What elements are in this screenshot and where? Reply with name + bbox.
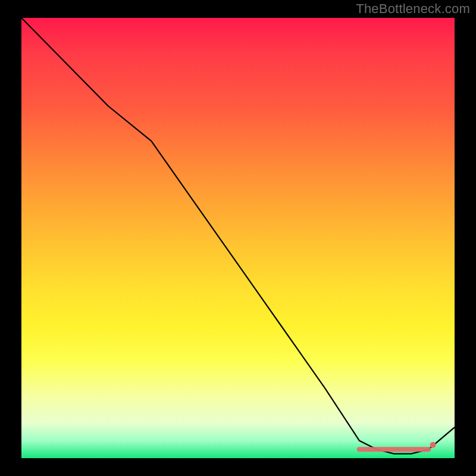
watermark-text: TheBottleneck.com [356, 1, 470, 17]
plot-area [21, 18, 455, 458]
chart-overlay [21, 18, 455, 458]
bottleneck-curve-line [21, 18, 455, 454]
optimal-point-marker [430, 442, 436, 448]
chart-frame: TheBottleneck.com [0, 0, 476, 476]
